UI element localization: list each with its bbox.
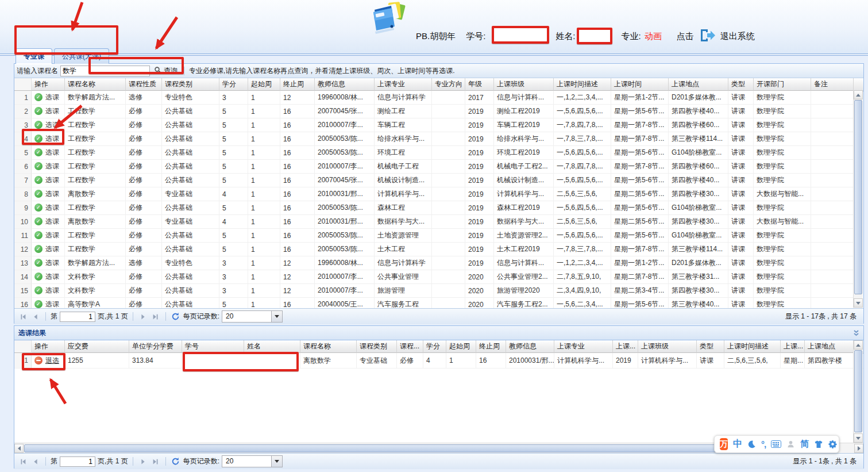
- column-header[interactable]: 上课专业: [375, 78, 432, 91]
- select-course-link[interactable]: 选课: [34, 286, 59, 294]
- column-header[interactable]: 操作: [32, 78, 65, 91]
- column-header[interactable]: 姓名: [244, 340, 300, 353]
- column-header[interactable]: 起始周: [248, 78, 280, 91]
- select-course-link[interactable]: 选课: [34, 93, 59, 101]
- column-header[interactable]: 开课部门: [754, 78, 811, 91]
- select-course-link[interactable]: 选课: [34, 217, 59, 225]
- ime-chinese-mode-icon[interactable]: 中: [733, 438, 742, 450]
- column-header[interactable]: 课程类别: [357, 340, 397, 353]
- column-header[interactable]: 教师信息: [506, 340, 554, 353]
- table-row[interactable]: 1选课数学解题方法...选修专业特色311219960008/林...信息与计算…: [14, 91, 854, 105]
- refresh-icon[interactable]: [171, 456, 181, 467]
- vertical-scrollbar[interactable]: [853, 340, 863, 443]
- column-header[interactable]: 终止周: [280, 78, 315, 91]
- page-number-input[interactable]: [60, 456, 95, 467]
- select-course-link[interactable]: 选课: [34, 121, 59, 129]
- column-header[interactable]: 上课地点: [669, 78, 728, 91]
- select-course-link[interactable]: 选课: [34, 176, 59, 184]
- table-row[interactable]: 10选课离散数学必修专业基础411620100031/邢...数据科学与大...…: [14, 215, 854, 229]
- first-page-button[interactable]: [18, 312, 28, 322]
- select-course-link[interactable]: 选课: [34, 148, 59, 156]
- table-row[interactable]: 2选课工程数学必修公共基础511620070045/张...测绘工程2019测绘…: [14, 105, 854, 118]
- column-header[interactable]: 应交费: [65, 340, 129, 353]
- table-row[interactable]: 16选课高等数学A必修公共基础511620040005/王...汽车服务工程20…: [14, 298, 854, 308]
- column-header[interactable]: 课程名称: [300, 340, 357, 353]
- column-header[interactable]: 上课班级: [494, 78, 554, 91]
- ime-keyboard-icon[interactable]: [771, 440, 781, 448]
- scroll-up-button[interactable]: [854, 90, 863, 99]
- per-page-select[interactable]: 20: [222, 310, 283, 323]
- table-row[interactable]: 14选课文科数学必修公共基础311220100007/李...公共事业管理202…: [14, 270, 854, 284]
- ime-settings-gear-icon[interactable]: [828, 440, 837, 448]
- column-header[interactable]: 年级: [465, 78, 494, 91]
- first-page-button[interactable]: [18, 456, 28, 467]
- select-course-link[interactable]: 选课: [34, 107, 59, 115]
- scrollbar-thumb[interactable]: [854, 350, 862, 432]
- select-course-link[interactable]: 选课: [34, 273, 59, 281]
- select-course-link[interactable]: 选课: [34, 259, 59, 267]
- table-row[interactable]: 3选课工程数学必修公共基础511620100007/李...车辆工程2019车辆…: [14, 118, 854, 132]
- last-page-button[interactable]: [151, 312, 161, 322]
- table-row[interactable]: 9选课工程数学必修公共基础511620050053/陈...森林工程2019森林…: [14, 201, 854, 215]
- select-course-link[interactable]: 选课: [34, 190, 59, 198]
- table-row[interactable]: 15选课文科数学必修公共基础311220100007/李...旅游管理2020旅…: [14, 284, 854, 298]
- table-row[interactable]: 11选课工程数学必修公共基础511620050053/陈...土地资源管理201…: [14, 229, 854, 243]
- column-header[interactable]: 课程名称: [65, 78, 126, 91]
- scroll-left-button[interactable]: [14, 444, 24, 453]
- ime-logo-icon[interactable]: 万: [720, 438, 728, 450]
- column-header[interactable]: 单位学分学费: [129, 340, 182, 353]
- table-row[interactable]: 8选课离散数学必修专业基础411620100031/邢...计算机科学与...2…: [14, 187, 854, 201]
- ime-account-icon[interactable]: [786, 440, 795, 448]
- column-header[interactable]: 起始周: [446, 340, 476, 353]
- column-header[interactable]: 类型: [728, 78, 754, 91]
- column-header[interactable]: 上课时间: [611, 78, 669, 91]
- column-header[interactable]: 类型: [697, 340, 724, 353]
- next-page-button[interactable]: [138, 456, 148, 467]
- select-course-link[interactable]: 选课: [34, 162, 59, 170]
- column-header[interactable]: 上课专业: [554, 340, 613, 353]
- column-header[interactable]: 课程性质: [126, 78, 162, 91]
- logout-icon[interactable]: [699, 28, 716, 45]
- table-row[interactable]: 13选课数学解题方法...选修专业特色311219960008/林...信息与计…: [14, 256, 854, 270]
- vertical-scrollbar[interactable]: [853, 90, 863, 308]
- column-header[interactable]: 终止周: [476, 340, 506, 353]
- column-header[interactable]: 操作: [32, 340, 65, 353]
- prev-page-button[interactable]: [30, 456, 41, 467]
- select-course-link[interactable]: 选课: [34, 204, 59, 212]
- scroll-down-button[interactable]: [854, 433, 863, 443]
- scrollbar-thumb[interactable]: [24, 444, 817, 452]
- column-header[interactable]: 上课...: [613, 340, 638, 353]
- ime-punctuation-icon[interactable]: °,: [761, 439, 766, 449]
- column-header[interactable]: 教师信息: [315, 78, 375, 91]
- logout-label[interactable]: 退出系统: [720, 31, 755, 42]
- scroll-up-button[interactable]: [854, 340, 863, 350]
- column-header[interactable]: 上课时间描述: [724, 340, 781, 353]
- column-header[interactable]: 学分: [423, 340, 446, 353]
- column-header[interactable]: 上课时间描述: [554, 78, 611, 91]
- scrollbar-thumb[interactable]: [854, 100, 862, 294]
- table-row[interactable]: 1退选1255313.84离散数学专业基础必修411620100031/邢...…: [14, 353, 863, 369]
- ime-skin-icon[interactable]: [814, 440, 823, 448]
- scroll-down-button[interactable]: [854, 298, 863, 308]
- table-row[interactable]: 7选课工程数学必修公共基础511620070045/张...机械设计制造...2…: [14, 174, 854, 187]
- column-header[interactable]: 专业方向: [432, 78, 465, 91]
- column-header[interactable]: 学分: [219, 78, 248, 91]
- table-row[interactable]: 4选课工程数学必修公共基础511620050053/陈...给排水科学与...2…: [14, 132, 854, 146]
- page-number-input[interactable]: [60, 312, 95, 322]
- scroll-right-button[interactable]: [854, 444, 863, 453]
- column-header[interactable]: 上课班级: [638, 340, 697, 353]
- refresh-icon[interactable]: [171, 312, 181, 322]
- table-row[interactable]: 6选课工程数学必修公共基础511620100007/李...机械电子工程2019…: [14, 160, 854, 174]
- select-course-link[interactable]: 选课: [34, 245, 59, 253]
- ime-moon-icon[interactable]: [747, 440, 756, 448]
- column-header[interactable]: 课程...: [397, 340, 423, 353]
- last-page-button[interactable]: [151, 456, 161, 467]
- ime-simplified-icon[interactable]: 简: [800, 439, 809, 450]
- select-course-link[interactable]: 选课: [34, 300, 59, 308]
- per-page-select[interactable]: 20: [222, 455, 283, 467]
- column-header[interactable]: 上课...: [781, 340, 805, 353]
- column-header[interactable]: 备注: [811, 78, 854, 91]
- next-page-button[interactable]: [138, 312, 148, 322]
- column-header[interactable]: 学号: [182, 340, 244, 353]
- prev-page-button[interactable]: [30, 312, 41, 322]
